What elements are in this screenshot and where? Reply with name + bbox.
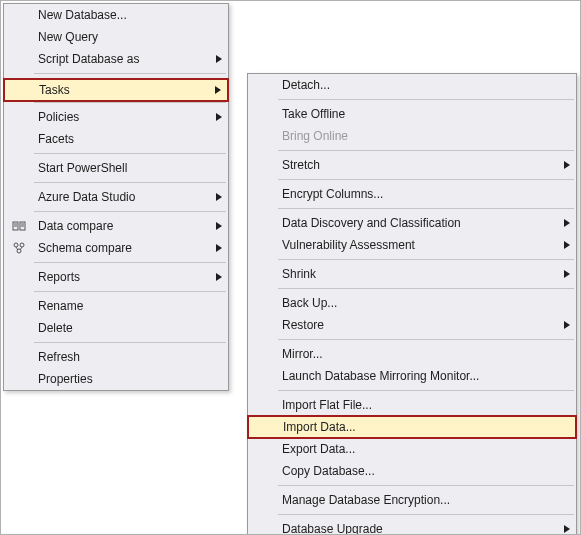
menu-separator — [278, 150, 574, 151]
submenu-arrow-icon — [564, 161, 570, 169]
menu-label: New Query — [38, 30, 98, 44]
submenu-arrow-icon — [564, 270, 570, 278]
submenu-arrow-icon — [216, 222, 222, 230]
menu-separator — [34, 262, 226, 263]
menu-item-detach[interactable]: Detach... — [248, 74, 576, 96]
submenu-arrow-icon — [216, 113, 222, 121]
menu-separator — [278, 390, 574, 391]
menu-item-properties[interactable]: Properties — [4, 368, 228, 390]
menu-item-vulnerability[interactable]: Vulnerability Assessment — [248, 234, 576, 256]
menu-label: Refresh — [38, 350, 80, 364]
submenu-arrow-icon — [216, 193, 222, 201]
menu-item-copy-database[interactable]: Copy Database... — [248, 460, 576, 482]
menu-label: Restore — [282, 318, 324, 332]
menu-label: Bring Online — [282, 129, 348, 143]
menu-separator — [34, 102, 226, 103]
menu-label: Back Up... — [282, 296, 337, 310]
menu-label: Encrypt Columns... — [282, 187, 383, 201]
menu-label: Detach... — [282, 78, 330, 92]
menu-item-stretch[interactable]: Stretch — [248, 154, 576, 176]
menu-label: Take Offline — [282, 107, 345, 121]
menu-separator — [34, 342, 226, 343]
menu-item-back-up[interactable]: Back Up... — [248, 292, 576, 314]
menu-item-new-database[interactable]: New Database... — [4, 4, 228, 26]
menu-item-start-powershell[interactable]: Start PowerShell — [4, 157, 228, 179]
menu-label: Delete — [38, 321, 73, 335]
menu-item-take-offline[interactable]: Take Offline — [248, 103, 576, 125]
menu-item-database-upgrade[interactable]: Database Upgrade — [248, 518, 576, 535]
menu-label: Properties — [38, 372, 93, 386]
menu-label: Azure Data Studio — [38, 190, 135, 204]
menu-separator — [34, 291, 226, 292]
submenu-arrow-icon — [216, 55, 222, 63]
submenu-arrow-icon — [564, 219, 570, 227]
svg-point-6 — [14, 243, 18, 247]
menu-separator — [278, 259, 574, 260]
menu-separator — [34, 73, 226, 74]
menu-separator — [278, 288, 574, 289]
svg-point-7 — [20, 243, 24, 247]
menu-separator — [34, 153, 226, 154]
menu-label: Schema compare — [38, 241, 132, 255]
submenu-arrow-icon — [216, 244, 222, 252]
submenu-arrow-icon — [564, 241, 570, 249]
menu-label: Export Data... — [282, 442, 355, 456]
menu-item-mirror[interactable]: Mirror... — [248, 343, 576, 365]
menu-item-new-query[interactable]: New Query — [4, 26, 228, 48]
submenu-arrow-icon — [564, 321, 570, 329]
menu-label: Data Discovery and Classification — [282, 216, 461, 230]
menu-label: Facets — [38, 132, 74, 146]
menu-item-data-compare[interactable]: Data compare — [4, 215, 228, 237]
menu-item-import-flat-file[interactable]: Import Flat File... — [248, 394, 576, 416]
menu-item-policies[interactable]: Policies — [4, 106, 228, 128]
menu-label: Script Database as — [38, 52, 139, 66]
menu-item-facets[interactable]: Facets — [4, 128, 228, 150]
menu-item-script-database-as[interactable]: Script Database as — [4, 48, 228, 70]
menu-label: Database Upgrade — [282, 522, 383, 535]
menu-separator — [278, 208, 574, 209]
schema-compare-icon — [8, 237, 30, 259]
menu-separator — [278, 99, 574, 100]
menu-label: Import Flat File... — [282, 398, 372, 412]
menu-item-export-data[interactable]: Export Data... — [248, 438, 576, 460]
menu-item-reports[interactable]: Reports — [4, 266, 228, 288]
menu-separator — [278, 339, 574, 340]
context-menu-tasks-submenu: Detach... Take Offline Bring Online Stre… — [247, 73, 577, 535]
menu-separator — [278, 485, 574, 486]
menu-separator — [278, 514, 574, 515]
menu-item-data-discovery[interactable]: Data Discovery and Classification — [248, 212, 576, 234]
menu-label: Shrink — [282, 267, 316, 281]
menu-separator — [34, 211, 226, 212]
menu-label: Reports — [38, 270, 80, 284]
menu-item-launch-mirroring-monitor[interactable]: Launch Database Mirroring Monitor... — [248, 365, 576, 387]
submenu-arrow-icon — [564, 525, 570, 533]
menu-label: Manage Database Encryption... — [282, 493, 450, 507]
menu-label: Launch Database Mirroring Monitor... — [282, 369, 479, 383]
menu-item-shrink[interactable]: Shrink — [248, 263, 576, 285]
context-menu-primary: New Database... New Query Script Databas… — [3, 3, 229, 391]
menu-item-bring-online: Bring Online — [248, 125, 576, 147]
menu-separator — [34, 182, 226, 183]
menu-item-rename[interactable]: Rename — [4, 295, 228, 317]
menu-label: Start PowerShell — [38, 161, 127, 175]
menu-item-refresh[interactable]: Refresh — [4, 346, 228, 368]
menu-item-encrypt-columns[interactable]: Encrypt Columns... — [248, 183, 576, 205]
menu-item-azure-data-studio[interactable]: Azure Data Studio — [4, 186, 228, 208]
menu-label: Stretch — [282, 158, 320, 172]
menu-label: New Database... — [38, 8, 127, 22]
menu-separator — [278, 179, 574, 180]
menu-item-delete[interactable]: Delete — [4, 317, 228, 339]
submenu-arrow-icon — [216, 273, 222, 281]
menu-label: Data compare — [38, 219, 113, 233]
menu-item-schema-compare[interactable]: Schema compare — [4, 237, 228, 259]
menu-label: Mirror... — [282, 347, 323, 361]
menu-label: Rename — [38, 299, 83, 313]
menu-item-restore[interactable]: Restore — [248, 314, 576, 336]
data-compare-icon — [8, 215, 30, 237]
menu-label: Copy Database... — [282, 464, 375, 478]
menu-label: Vulnerability Assessment — [282, 238, 415, 252]
menu-label: Policies — [38, 110, 79, 124]
menu-item-manage-encryption[interactable]: Manage Database Encryption... — [248, 489, 576, 511]
